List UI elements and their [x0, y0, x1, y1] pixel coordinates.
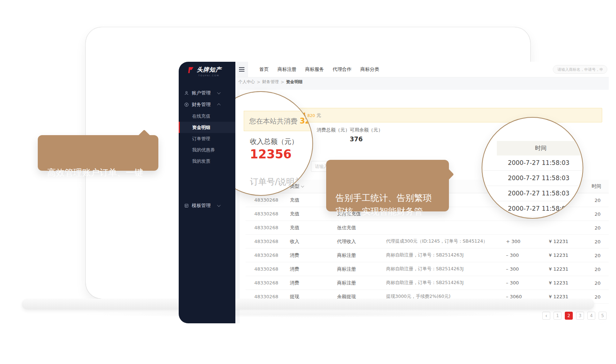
- magnified-time-value: 2000-7-27 11:58:03: [482, 186, 583, 201]
- hamburger-icon[interactable]: [235, 62, 248, 77]
- callout-left: 高效管理账户订单、一键 汇总数据，降低财务成本: [38, 135, 158, 171]
- sidebar-item-label: 资金明细: [192, 122, 210, 133]
- top-navbar: 首页商标注册商标服务代理合作商标分类: [235, 62, 609, 77]
- trademark-search-input[interactable]: [553, 65, 607, 74]
- sidebar-item[interactable]: 资金明细: [179, 122, 235, 133]
- magnified-income-label: 收入总额（元）: [250, 137, 298, 146]
- cell-time: 2000-7-27 11:58:03: [592, 225, 609, 231]
- sidebar-item-label: 在线充值: [192, 110, 210, 122]
- cell-project: 代理收入: [337, 238, 386, 245]
- sidebar-item[interactable]: 订单管理: [179, 133, 235, 144]
- sidebar-item-label: 模板管理: [192, 200, 211, 211]
- nav-item[interactable]: 商标注册: [277, 66, 296, 73]
- cell-project: 商标注册: [337, 252, 386, 259]
- cell-description: 商标自助注册，订单号：SB2514263J: [386, 252, 506, 258]
- cell-order-no: 48330268: [246, 225, 290, 230]
- cell-order-no: 48330268: [246, 266, 290, 272]
- template-icon: [184, 203, 189, 208]
- table-row: 48330268 消费 商标注册 商标自助注册，订单号：SB2514263J –…: [246, 262, 609, 276]
- header-label: 时间: [592, 183, 601, 189]
- cell-time: 2000-7-27 11:58:03: [592, 294, 609, 300]
- cell-balance: ¥ 12231: [547, 266, 592, 272]
- cell-time: 2000-7-27 11:58:03: [592, 239, 609, 244]
- sidebar-item[interactable]: 模板管理: [179, 200, 235, 211]
- sidebar-item[interactable]: 财务管理: [179, 99, 235, 110]
- brand-name: 头牌知产: [197, 66, 222, 74]
- pagination-page-button[interactable]: 4: [587, 312, 595, 320]
- breadcrumb-item[interactable]: 财务管理: [262, 79, 279, 85]
- sidebar-menu: 账户管理 财务管理: [179, 87, 235, 211]
- cell-order-no: 48330268: [246, 252, 290, 258]
- cell-time: 2000-7-27 11:58:03: [592, 252, 609, 258]
- sidebar-item[interactable]: 在线充值: [179, 110, 235, 122]
- cell-description: 商标自助注册，订单号：SB2514263J: [386, 266, 506, 272]
- chevron-icon: [217, 203, 221, 207]
- nav-item[interactable]: 商标服务: [305, 66, 324, 73]
- sidebar: 头牌知产 TOUPAI.COM 账户管理: [179, 62, 235, 323]
- finance-icon: [184, 102, 189, 107]
- cell-type: 消费: [290, 280, 337, 286]
- magnifier-circle-right: 时间 2000-7-27 11:58:032000-7-27 11:58:032…: [482, 117, 583, 219]
- sidebar-item[interactable]: 我的优惠券: [179, 144, 235, 155]
- cell-type: 消费: [290, 252, 337, 259]
- breadcrumb-separator: >: [257, 80, 260, 85]
- cell-amount: – 300: [506, 252, 547, 258]
- cell-type: 收入: [290, 238, 337, 245]
- breadcrumb-separator: >: [281, 80, 284, 85]
- pagination: ‹ 12345: [542, 312, 607, 320]
- sidebar-item-label: 账户管理: [192, 87, 211, 99]
- brand-flag-icon: [187, 66, 195, 74]
- table-row: 48330268 充值 微信充值 2000-7-27 11:58:03: [246, 221, 609, 235]
- banner-amount-tail: 820: [307, 113, 315, 118]
- stat-value: 376: [350, 136, 383, 143]
- cell-type: 消费: [290, 266, 337, 272]
- pagination-prev-button[interactable]: ‹: [542, 312, 550, 320]
- sidebar-item[interactable]: 我的发票: [179, 155, 235, 167]
- cell-order-no: 48330268: [246, 280, 290, 286]
- sidebar-item-label: 财务管理: [192, 99, 211, 110]
- sidebar-item[interactable]: 账户管理: [179, 87, 235, 99]
- stat-label: 消费总额（元）: [317, 127, 350, 133]
- magnified-income-value: 12356: [250, 147, 292, 161]
- cell-type: 充值: [290, 211, 337, 217]
- cell-description: 代理提成300元（ID:1245，订单号：SB45124）: [386, 238, 506, 244]
- breadcrumb-item[interactable]: 个人中心: [238, 79, 255, 85]
- magnified-time-value: 2000-7-27 11:58:03: [482, 155, 583, 171]
- cell-project: 商标注册: [337, 266, 386, 272]
- cell-time: 2000-7-27 11:58:03: [592, 266, 609, 272]
- cell-order-no: 48330268: [246, 197, 290, 203]
- pagination-page-button[interactable]: 5: [599, 312, 607, 320]
- cell-balance: ¥ 12231: [547, 280, 592, 286]
- chevron-icon: [217, 103, 221, 107]
- nav-item[interactable]: 首页: [259, 66, 269, 73]
- cell-amount: + 300: [506, 239, 547, 244]
- cell-time: 2000-7-27 11:58:03: [592, 211, 609, 217]
- cell-amount: – 300: [506, 280, 547, 286]
- laptop-base: [22, 299, 594, 310]
- table-row: 48330268 消费 商标注册 商标自助注册，订单号：SB2514263J –…: [246, 248, 609, 262]
- pagination-page-button[interactable]: 2: [565, 312, 573, 320]
- cell-type: 充值: [290, 225, 337, 231]
- breadcrumb: 个人中心 > 财务管理 > 资金明细: [235, 77, 609, 87]
- stat-label: 可用余额（元）: [350, 127, 383, 133]
- nav-item[interactable]: 代理合作: [333, 66, 352, 73]
- banner-unit: 元: [316, 113, 321, 118]
- sidebar-item-label: 我的优惠券: [192, 144, 215, 155]
- pagination-page-button[interactable]: 3: [576, 312, 584, 320]
- nav-item[interactable]: 商标分类: [360, 66, 379, 73]
- sidebar-item-label: 订单管理: [192, 133, 210, 144]
- cell-balance: ¥ 12231: [547, 252, 592, 258]
- pagination-page-button[interactable]: 1: [554, 312, 562, 320]
- brand-subtitle: TOUPAI.COM: [198, 74, 235, 77]
- sidebar-item-label: 我的发票: [192, 155, 210, 167]
- cell-order-no: 48330268: [246, 211, 290, 217]
- chevron-icon: [217, 91, 221, 94]
- cell-description: 商标自助注册，订单号：SB2514263J: [386, 280, 506, 286]
- stage: 头牌知产 TOUPAI.COM 账户管理: [0, 0, 616, 364]
- table-row: 48330268 收入 代理收入 代理提成300元（ID:1245，订单号：SB…: [246, 235, 609, 248]
- brand-logo: 头牌知产 TOUPAI.COM: [179, 62, 235, 84]
- top-nav-items: 首页商标注册商标服务代理合作商标分类: [259, 62, 379, 77]
- breadcrumb-item[interactable]: 资金明细: [286, 79, 303, 85]
- user-icon: [184, 91, 189, 96]
- magnified-time-value: 2000-7-27 11:58:03: [482, 171, 583, 186]
